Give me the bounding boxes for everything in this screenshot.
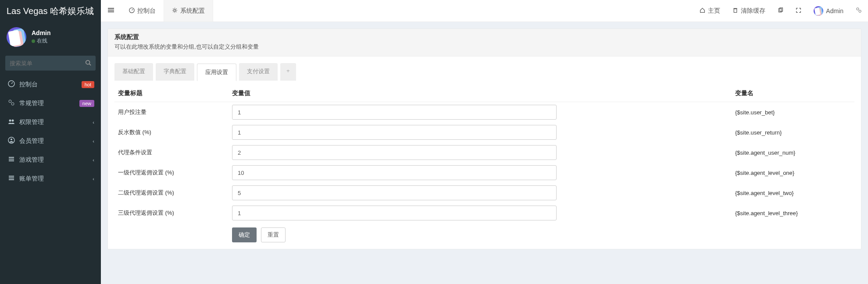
sidebar-item-dashboard[interactable]: 控制台 hot [0,75,101,94]
svg-rect-14 [9,179,14,180]
inner-tabs: 基础配置 字典配置 应用设置 支付设置 + [114,63,854,81]
top-tab-dashboard[interactable]: 控制台 [121,0,164,21]
row-title: 用户投注量 [114,102,229,123]
sidebar-item-label: 会员管理 [19,137,88,145]
panel-description: 可以在此增改系统的变量和分组,也可以自定义分组和变量 [114,43,854,51]
sidebar-item-bill[interactable]: 账单管理 ‹ [0,169,101,188]
table-row: 三级代理返佣设置 (%) {$site.agent_level_three} [114,203,854,223]
row-var-name: {$site.agent_level_one} [732,163,854,183]
svg-point-24 [857,8,859,10]
user-name: Admin [32,29,51,36]
row-title: 三级代理返佣设置 (%) [114,203,229,223]
svg-rect-15 [108,8,114,9]
svg-rect-9 [9,157,14,158]
row-value-input[interactable] [232,105,557,120]
sidebar-item-game[interactable]: 游戏管理 ‹ [0,150,101,169]
svg-rect-13 [9,178,14,178]
status-dot-icon [32,39,35,43]
avatar[interactable] [7,27,26,47]
nav-user-label: Admin [826,7,843,14]
reset-button[interactable]: 重置 [261,227,286,242]
sidebar-item-label: 账单管理 [19,175,88,183]
list-icon [8,156,15,164]
badge-hot: hot [82,81,94,88]
row-var-name: {$site.agent_level_three} [732,203,854,223]
nav-home[interactable]: 主页 [693,0,726,21]
config-panel: 系统配置 可以在此增改系统的变量和分组,也可以自定义分组和变量 基础配置 字典配… [107,28,861,249]
table-row: 代理条件设置 {$site.agent_user_num} [114,142,854,163]
row-title: 一级代理返佣设置 (%) [114,163,229,183]
cogs-icon [856,7,862,14]
nav-settings[interactable] [850,0,868,21]
row-title: 反水数值 (%) [114,122,229,142]
svg-point-8 [11,138,12,140]
row-var-name: {$site.agent_level_two} [732,183,854,203]
sidebar: Las Vegas 哈希娱乐城 Admin 在线 控制台 ho [0,0,101,284]
sidebar-item-member[interactable]: 会员管理 ‹ [0,131,101,150]
row-var-name: {$site.agent_user_num} [732,142,854,163]
svg-point-25 [859,10,861,12]
svg-rect-17 [108,11,114,12]
sidebar-item-general[interactable]: 常规管理 new [0,94,101,113]
top-tab-label: 控制台 [137,7,156,15]
chevron-left-icon: ‹ [93,138,94,144]
inner-tab-basic[interactable]: 基础配置 [114,63,153,81]
inner-tab-app[interactable]: 应用设置 [197,64,236,81]
svg-rect-21 [734,8,737,9]
svg-point-0 [86,60,90,64]
search-input[interactable] [10,60,85,67]
row-value-input[interactable] [232,125,557,140]
sidebar-toggle-button[interactable] [101,7,121,14]
gear-icon [172,7,178,14]
nav-home-label: 主页 [708,7,720,15]
sidebar-item-label: 游戏管理 [19,156,88,164]
inner-tab-pay[interactable]: 支付设置 [239,63,278,81]
col-title: 变量标题 [114,85,229,102]
row-var-name: {$site.user_bet} [732,102,854,123]
row-value-input[interactable] [232,185,557,200]
chevron-left-icon: ‹ [93,157,94,163]
svg-point-3 [9,100,11,103]
svg-line-1 [89,64,91,65]
row-value-input[interactable] [232,206,557,220]
nav-fullscreen[interactable] [789,0,807,21]
user-panel: Admin 在线 [0,22,101,51]
sidebar-item-label: 权限管理 [19,118,88,126]
table-row: 反水数值 (%) {$site.user_return} [114,122,854,142]
nav-user[interactable]: Admin [807,0,850,21]
fullscreen-icon [796,7,801,14]
nav-clear-cache[interactable]: 清除缓存 [726,0,772,21]
nav-clear-cache-label: 清除缓存 [741,7,765,15]
row-title: 二级代理返佣设置 (%) [114,183,229,203]
plus-icon: + [286,67,290,74]
list-icon [8,174,15,183]
chevron-left-icon: ‹ [93,176,94,181]
nav-copy[interactable] [772,0,789,21]
top-tab-system-config[interactable]: 系统配置 [164,0,213,21]
copy-icon [778,7,783,14]
dashboard-icon [8,80,15,89]
brand-logo[interactable]: Las Vegas 哈希娱乐城 [0,0,101,22]
search-icon[interactable] [85,60,91,67]
inner-tab-dict[interactable]: 字典配置 [156,63,194,81]
svg-rect-20 [734,9,737,12]
badge-new: new [79,100,94,107]
row-title: 代理条件设置 [114,142,229,163]
svg-point-19 [174,9,176,11]
config-table: 变量标题 变量值 变量名 用户投注量 {$site.user_bet} [114,85,854,223]
row-value-input[interactable] [232,145,557,160]
sidebar-item-permission[interactable]: 权限管理 ‹ [0,113,101,131]
svg-rect-11 [9,160,14,161]
dashboard-icon [129,7,135,14]
user-status-text: 在线 [37,38,47,44]
top-navbar: 控制台 系统配置 主页 清除缓存 [101,0,868,22]
row-var-name: {$site.user_return} [732,122,854,142]
svg-point-5 [9,120,11,122]
group-icon [8,118,15,126]
search-box[interactable] [5,56,96,71]
inner-tab-add[interactable]: + [280,63,296,81]
row-value-input[interactable] [232,165,557,180]
submit-button[interactable]: 确定 [232,227,257,242]
cogs-icon [8,99,15,107]
main: 控制台 系统配置 主页 清除缓存 [101,0,868,284]
